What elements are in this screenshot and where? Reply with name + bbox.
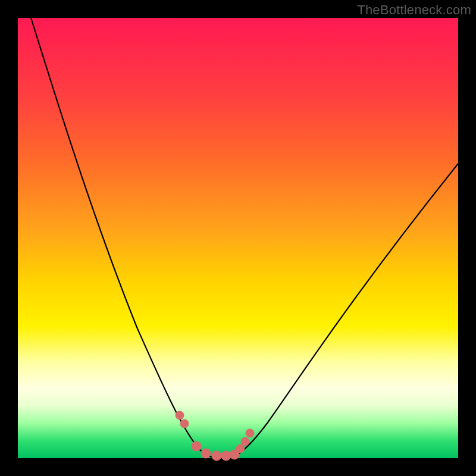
svg-point-8 xyxy=(241,437,249,446)
svg-point-7 xyxy=(236,444,245,453)
curve-right-arm xyxy=(232,164,458,457)
svg-point-0 xyxy=(176,411,184,419)
plot-area xyxy=(18,18,458,458)
watermark-text: TheBottleneck.com xyxy=(357,2,471,18)
svg-point-5 xyxy=(221,451,231,461)
chart-frame: TheBottleneck.com xyxy=(0,0,476,476)
bottleneck-curve xyxy=(18,18,458,458)
svg-point-2 xyxy=(192,441,201,451)
svg-point-9 xyxy=(246,429,254,437)
svg-point-4 xyxy=(212,451,221,461)
svg-point-1 xyxy=(180,419,189,428)
svg-point-3 xyxy=(201,449,211,458)
trough-markers xyxy=(176,411,254,461)
curve-left-arm xyxy=(31,18,213,457)
